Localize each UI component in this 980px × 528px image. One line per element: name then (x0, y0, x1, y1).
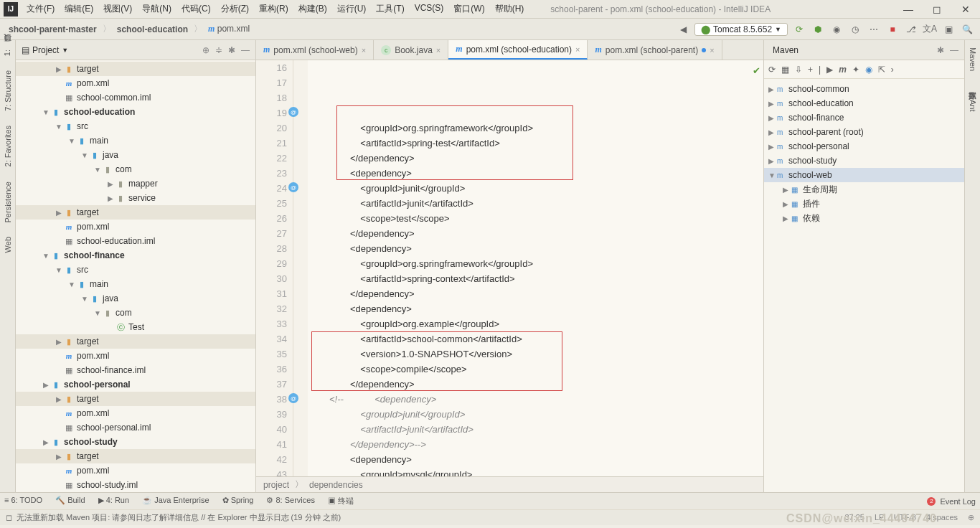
editor-tab[interactable]: mpom.xml (school-web)× (256, 40, 374, 60)
left-tool-button[interactable]: 2: Favorites (4, 126, 12, 166)
toggle-icon[interactable]: ✦ (852, 65, 859, 75)
offline-icon[interactable]: ◉ (865, 65, 872, 75)
status-widget[interactable]: 37:25 (844, 513, 864, 522)
expand-all-icon[interactable]: ≑ (215, 45, 222, 55)
event-log-button[interactable]: Event Log (940, 497, 976, 506)
maven-tree-row[interactable]: ▶mschool-personal (764, 139, 964, 154)
m-icon[interactable]: m (839, 65, 847, 75)
tree-row[interactable]: ▶▮school-study (16, 435, 255, 449)
maven-tree-row[interactable]: ▶mschool-education (764, 96, 964, 110)
close-tab-icon[interactable]: × (362, 46, 366, 55)
maven-tree-row[interactable]: ▶mschool-parent (root) (764, 125, 964, 139)
tree-row[interactable]: ⓒTest (16, 320, 255, 334)
expand-icon[interactable]: › (891, 65, 894, 75)
menu-item[interactable]: 导航(N) (137, 3, 176, 15)
tree-row[interactable]: ▼▮src (16, 119, 255, 133)
tree-row[interactable]: ▶▮target (16, 205, 255, 220)
tree-row[interactable]: ▼▮java (16, 148, 255, 162)
tree-row[interactable]: mpom.xml (16, 463, 255, 478)
breadcrumb-file[interactable]: m pom.xml (205, 22, 253, 36)
menu-item[interactable]: 代码(C) (176, 3, 216, 15)
close-tab-icon[interactable]: × (710, 46, 714, 55)
translate-icon[interactable]: 文A (923, 22, 937, 37)
tree-row[interactable]: ▼▮school-education (16, 105, 255, 119)
left-tool-button[interactable]: 7: Structure (4, 70, 12, 111)
tree-row[interactable]: mpom.xml (16, 220, 255, 234)
status-widget[interactable]: UTF-8 (894, 513, 916, 522)
maven-tree-row[interactable]: ▼mschool-web (764, 168, 964, 182)
bottom-tool-button[interactable]: ✿ Spring (222, 496, 254, 506)
git-icon[interactable]: ⎇ (904, 22, 918, 37)
sync-icon[interactable]: ⟳ (792, 22, 806, 37)
breadcrumb-root[interactable]: shcool-parent-master (6, 23, 100, 36)
maven-tree-row[interactable]: ▶▦生命周期 (764, 182, 964, 197)
tree-row[interactable]: ▼▮src (16, 263, 255, 277)
status-widget[interactable]: ⊕ (968, 513, 974, 522)
right-tool-button[interactable]: Maven (969, 47, 977, 71)
bug-icon[interactable]: ⬢ (811, 22, 825, 37)
tree-row[interactable]: ▶▮school-personal (16, 377, 255, 392)
menu-item[interactable]: 编辑(E) (60, 3, 98, 15)
menu-item[interactable]: 文件(F) (22, 3, 60, 15)
tree-row[interactable]: ▼▮com (16, 162, 255, 176)
bottom-tool-button[interactable]: ⚙ 8: Services (266, 496, 314, 506)
settings-icon[interactable]: ✱ (937, 45, 944, 55)
collapse-icon[interactable]: ⇱ (878, 65, 885, 75)
maven-tree-row[interactable]: ▶mschool-common (764, 82, 964, 96)
tree-row[interactable]: ▼▮school-finance (16, 248, 255, 263)
tree-row[interactable]: mpom.xml (16, 406, 255, 420)
project-panel-title[interactable]: Project (29, 45, 59, 55)
editor[interactable]: ✔ 16171819@2021222324@252627282930313233… (256, 60, 763, 476)
menu-item[interactable]: 分析(Z) (216, 3, 254, 15)
menu-item[interactable]: 窗口(W) (448, 3, 489, 15)
run-config-selector[interactable]: ⬤Tomcat 8.5.652▼ (694, 23, 788, 36)
bottom-tool-button[interactable]: ▣ 终端 (328, 496, 354, 506)
editor-crumb-deps[interactable]: dependencies (309, 480, 363, 490)
status-widget[interactable]: 4 spaces (926, 513, 958, 522)
close-tab-icon[interactable]: × (436, 46, 440, 55)
project-tree[interactable]: ▶▮targetmpom.xml▦school-common.iml▼▮scho… (16, 60, 255, 492)
reimport-icon[interactable]: ⟳ (768, 65, 776, 75)
menu-item[interactable]: 运行(U) (332, 3, 372, 15)
tree-row[interactable]: ▶▮service (16, 191, 255, 205)
tree-row[interactable]: ▶▮target (16, 334, 255, 349)
editor-tab[interactable]: mpom.xml (school-parent)× (588, 40, 722, 60)
code-content[interactable]: <groupId>org.springframework</groupId> <… (308, 60, 763, 476)
tree-row[interactable]: mpom.xml (16, 76, 255, 90)
search-icon[interactable]: 🔍 (960, 22, 974, 37)
tree-row[interactable]: ▦school-study.iml (16, 478, 255, 492)
menu-item[interactable]: 视图(V) (98, 3, 137, 15)
generate-icon[interactable]: ▦ (781, 65, 789, 75)
attach-icon[interactable]: ⋯ (867, 22, 881, 37)
tree-row[interactable]: ▦school-personal.iml (16, 420, 255, 435)
download-icon[interactable]: ⇩ (795, 65, 802, 75)
menu-item[interactable]: 构建(B) (293, 3, 332, 15)
run-icon[interactable]: ▶ (826, 65, 833, 75)
add-icon[interactable]: + (808, 65, 813, 75)
select-opened-icon[interactable]: ⊕ (202, 45, 209, 55)
tree-row[interactable]: ▦school-education.iml (16, 234, 255, 248)
tree-row[interactable]: ▼▮java (16, 291, 255, 306)
back-icon[interactable]: ◀ (676, 22, 690, 37)
maven-tree-row[interactable]: ▶mschool-study (764, 154, 964, 168)
minimize-button[interactable]: — (894, 4, 923, 15)
left-tool-button[interactable]: Persistence (4, 182, 12, 222)
bottom-tool-button[interactable]: ▶ 4: Run (98, 496, 129, 506)
tree-row[interactable]: mpom.xml (16, 349, 255, 363)
bottom-tool-button[interactable]: ≡ 6: TODO (4, 496, 42, 506)
editor-tab[interactable]: mpom.xml (school-education)× (448, 40, 588, 60)
tree-row[interactable]: ▶▮target (16, 62, 255, 76)
breadcrumb-module[interactable]: school-education (114, 23, 191, 36)
bottom-tool-button[interactable]: ☕ Java Enterprise (142, 496, 209, 506)
hide-icon[interactable]: — (241, 45, 250, 55)
tree-row[interactable]: ▼▮com (16, 306, 255, 320)
menu-item[interactable]: VCS(S) (410, 3, 449, 15)
tree-row[interactable]: ▶▮target (16, 449, 255, 463)
left-tool-button[interactable]: Web (4, 237, 12, 253)
editor-crumb-project[interactable]: project (263, 480, 289, 490)
maven-tree[interactable]: ▶mschool-common▶mschool-education▶mschoo… (764, 79, 964, 228)
profile-icon[interactable]: ◷ (848, 22, 862, 37)
menu-item[interactable]: 帮助(H) (490, 3, 529, 15)
settings-icon[interactable]: ✱ (228, 45, 235, 55)
close-tab-icon[interactable]: × (575, 45, 580, 54)
